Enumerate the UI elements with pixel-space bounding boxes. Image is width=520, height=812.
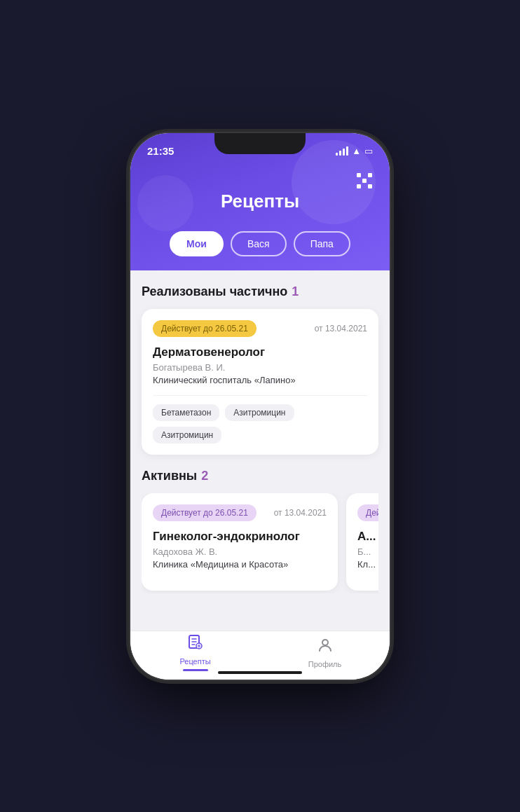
card-doctor-name-3: Б... <box>357 546 378 557</box>
home-indicator <box>218 671 302 674</box>
med-tag-0: Бетаметазон <box>153 404 219 421</box>
card-top-row-3: Действует до 26.05.21 от 13.04.2021 <box>357 504 378 521</box>
card-divider <box>153 395 367 396</box>
card-top-row-2: Действует до 26.05.21 от 13.04.2021 <box>153 504 327 521</box>
card-clinic-3: Кл... <box>357 559 378 570</box>
qr-button[interactable] <box>352 168 377 193</box>
battery-icon: ▭ <box>364 146 373 156</box>
status-time: 21:35 <box>147 145 174 157</box>
svg-point-2 <box>322 640 328 645</box>
notch <box>214 133 306 154</box>
profile-icon <box>317 637 334 658</box>
card-dermatovenerolog[interactable]: Действует до 26.05.21 от 13.04.2021 Дерм… <box>142 309 378 455</box>
tab-papa[interactable]: Папа <box>294 231 350 256</box>
section-active-header: Активны 2 <box>142 469 378 483</box>
phone-shell: 21:35 ▲ ▭ <box>130 133 390 680</box>
card-doctor-specialty-3: А... <box>357 530 378 544</box>
phone-screen: 21:35 ▲ ▭ <box>130 133 390 680</box>
section-active-title: Активны <box>142 469 197 483</box>
card-date-2: от 13.04.2021 <box>274 508 327 518</box>
page-title: Рецепты <box>130 191 390 212</box>
badge-validity: Действует до 26.05.21 <box>153 320 256 337</box>
badge-validity-3: Действует до 26.05.21 <box>357 504 378 521</box>
card-date: от 13.04.2021 <box>315 324 367 333</box>
section-partially-realized-count: 1 <box>292 284 299 299</box>
section-partially-realized-title: Реализованы частично <box>142 284 287 299</box>
recipes-icon <box>187 634 204 655</box>
meds-row: Бетаметазон Азитромицин Азитромицин <box>153 404 367 443</box>
content-area[interactable]: Реализованы частично 1 Действует до 26.0… <box>130 270 390 631</box>
tab-my[interactable]: Мои <box>170 231 224 256</box>
qr-icon <box>357 173 372 188</box>
badge-validity-2: Действует до 26.05.21 <box>153 504 256 521</box>
card-ginecolog[interactable]: Действует до 26.05.21 от 13.04.2021 Гине… <box>142 493 338 591</box>
signal-icon <box>336 146 348 156</box>
card-top-row: Действует до 26.05.21 от 13.04.2021 <box>153 320 367 337</box>
section-partially-realized-header: Реализованы частично 1 <box>142 284 378 299</box>
card-second-active[interactable]: Действует до 26.05.21 от 13.04.2021 А...… <box>346 493 378 591</box>
nav-indicator <box>183 669 208 671</box>
card-doctor-name-2: Кадохова Ж. В. <box>153 546 327 557</box>
wifi-icon: ▲ <box>352 146 361 156</box>
card-clinic: Клинический госпиталь «Лапино» <box>153 375 367 385</box>
card-clinic-2: Клиника «Медицина и Красота» <box>153 559 327 570</box>
card-doctor-specialty: Дерматовенеролог <box>153 345 367 359</box>
section-active-count: 2 <box>201 469 208 483</box>
active-cards-scroll[interactable]: Действует до 26.05.21 от 13.04.2021 Гине… <box>142 493 378 593</box>
status-icons: ▲ ▭ <box>336 146 373 156</box>
nav-label-recipes: Рецепты <box>179 657 210 666</box>
nav-label-profile: Профиль <box>308 660 342 668</box>
med-tag-1: Азитромицин <box>225 404 294 421</box>
tab-vasya[interactable]: Вася <box>231 231 287 256</box>
card-doctor-specialty-2: Гинеколог-эндокринолог <box>153 530 327 544</box>
med-tag-2: Азитромицин <box>153 427 221 443</box>
card-doctor-name: Богатырева В. И. <box>153 362 367 373</box>
tab-pills: Мои Вася Папа <box>130 231 390 256</box>
